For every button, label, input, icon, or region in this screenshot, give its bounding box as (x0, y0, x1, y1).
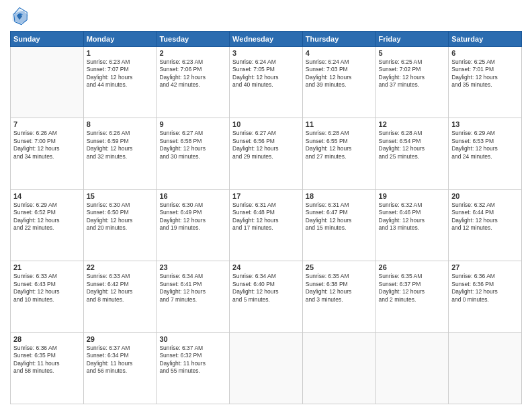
day-number: 9 (159, 120, 226, 128)
day-info: Sunrise: 6:25 AM Sunset: 7:02 PM Dayligh… (379, 58, 446, 89)
calendar-day-cell: 17Sunrise: 6:31 AM Sunset: 6:48 PM Dayli… (230, 189, 303, 261)
calendar-day-cell (449, 332, 522, 404)
calendar-day-cell: 9Sunrise: 6:27 AM Sunset: 6:58 PM Daylig… (157, 118, 230, 189)
day-number: 2 (159, 49, 226, 57)
day-number: 7 (13, 120, 81, 128)
calendar-day-cell: 14Sunrise: 6:29 AM Sunset: 6:52 PM Dayli… (11, 189, 84, 261)
calendar-day-cell: 1Sunrise: 6:23 AM Sunset: 7:07 PM Daylig… (83, 47, 157, 118)
calendar-day-cell: 16Sunrise: 6:30 AM Sunset: 6:49 PM Dayli… (157, 189, 230, 261)
calendar-day-cell: 13Sunrise: 6:29 AM Sunset: 6:53 PM Dayli… (449, 118, 522, 189)
day-number: 25 (306, 263, 373, 271)
day-info: Sunrise: 6:31 AM Sunset: 6:48 PM Dayligh… (232, 201, 300, 232)
day-number: 4 (306, 49, 373, 57)
calendar-day-cell: 30Sunrise: 6:37 AM Sunset: 6:32 PM Dayli… (157, 332, 230, 404)
logo (10, 7, 32, 26)
calendar-day-cell: 6Sunrise: 6:25 AM Sunset: 7:01 PM Daylig… (449, 47, 522, 118)
calendar-day-cell: 20Sunrise: 6:32 AM Sunset: 6:44 PM Dayli… (449, 189, 522, 261)
day-info: Sunrise: 6:36 AM Sunset: 6:36 PM Dayligh… (451, 273, 519, 304)
calendar-day-cell: 25Sunrise: 6:35 AM Sunset: 6:38 PM Dayli… (302, 261, 375, 332)
day-info: Sunrise: 6:31 AM Sunset: 6:47 PM Dayligh… (306, 201, 373, 232)
header (10, 7, 522, 26)
day-info: Sunrise: 6:30 AM Sunset: 6:49 PM Dayligh… (159, 201, 226, 232)
calendar-day-cell: 21Sunrise: 6:33 AM Sunset: 6:43 PM Dayli… (11, 261, 84, 332)
day-number: 15 (87, 192, 154, 200)
day-info: Sunrise: 6:32 AM Sunset: 6:46 PM Dayligh… (379, 201, 446, 232)
calendar-week-row: 1Sunrise: 6:23 AM Sunset: 7:07 PM Daylig… (11, 47, 522, 118)
day-number: 3 (232, 49, 300, 57)
calendar-day-cell: 28Sunrise: 6:36 AM Sunset: 6:35 PM Dayli… (11, 332, 84, 404)
weekday-header: Monday (83, 32, 157, 47)
day-info: Sunrise: 6:27 AM Sunset: 6:58 PM Dayligh… (159, 130, 226, 161)
day-number: 21 (13, 263, 81, 271)
weekday-header: Sunday (11, 32, 84, 47)
day-number: 27 (451, 263, 519, 271)
calendar-day-cell: 11Sunrise: 6:28 AM Sunset: 6:55 PM Dayli… (302, 118, 375, 189)
calendar-day-cell: 12Sunrise: 6:28 AM Sunset: 6:54 PM Dayli… (375, 118, 449, 189)
day-number: 11 (306, 120, 373, 128)
calendar-day-cell: 26Sunrise: 6:35 AM Sunset: 6:37 PM Dayli… (375, 261, 449, 332)
calendar-day-cell: 15Sunrise: 6:30 AM Sunset: 6:50 PM Dayli… (83, 189, 157, 261)
day-info: Sunrise: 6:24 AM Sunset: 7:03 PM Dayligh… (306, 58, 373, 89)
calendar-day-cell (375, 332, 449, 404)
calendar-day-cell: 23Sunrise: 6:34 AM Sunset: 6:41 PM Dayli… (157, 261, 230, 332)
day-info: Sunrise: 6:23 AM Sunset: 7:06 PM Dayligh… (159, 58, 226, 89)
day-number: 14 (13, 192, 81, 200)
calendar-day-cell (230, 332, 303, 404)
day-number: 26 (379, 263, 446, 271)
day-number: 19 (379, 192, 446, 200)
day-number: 18 (306, 192, 373, 200)
weekday-header: Friday (375, 32, 449, 47)
calendar-day-cell: 10Sunrise: 6:27 AM Sunset: 6:56 PM Dayli… (230, 118, 303, 189)
day-info: Sunrise: 6:35 AM Sunset: 6:37 PM Dayligh… (379, 273, 446, 304)
day-info: Sunrise: 6:26 AM Sunset: 6:59 PM Dayligh… (87, 130, 154, 161)
day-info: Sunrise: 6:33 AM Sunset: 6:42 PM Dayligh… (87, 273, 154, 304)
calendar-day-cell: 4Sunrise: 6:24 AM Sunset: 7:03 PM Daylig… (302, 47, 375, 118)
calendar-day-cell: 2Sunrise: 6:23 AM Sunset: 7:06 PM Daylig… (157, 47, 230, 118)
day-number: 12 (379, 120, 446, 128)
day-info: Sunrise: 6:23 AM Sunset: 7:07 PM Dayligh… (87, 58, 154, 89)
weekday-header: Wednesday (230, 32, 303, 47)
page: SundayMondayTuesdayWednesdayThursdayFrid… (0, 0, 532, 411)
calendar-day-cell (302, 332, 375, 404)
calendar-day-cell: 8Sunrise: 6:26 AM Sunset: 6:59 PM Daylig… (83, 118, 157, 189)
day-info: Sunrise: 6:25 AM Sunset: 7:01 PM Dayligh… (451, 58, 519, 89)
weekday-header-row: SundayMondayTuesdayWednesdayThursdayFrid… (11, 32, 522, 47)
day-info: Sunrise: 6:28 AM Sunset: 6:54 PM Dayligh… (379, 130, 446, 161)
calendar-day-cell: 3Sunrise: 6:24 AM Sunset: 7:05 PM Daylig… (230, 47, 303, 118)
day-number: 1 (87, 49, 154, 57)
day-number: 23 (159, 263, 226, 271)
day-info: Sunrise: 6:30 AM Sunset: 6:50 PM Dayligh… (87, 201, 154, 232)
logo-icon (10, 7, 29, 26)
day-info: Sunrise: 6:32 AM Sunset: 6:44 PM Dayligh… (451, 201, 519, 232)
day-info: Sunrise: 6:26 AM Sunset: 7:00 PM Dayligh… (13, 130, 81, 161)
calendar-day-cell: 27Sunrise: 6:36 AM Sunset: 6:36 PM Dayli… (449, 261, 522, 332)
day-number: 22 (87, 263, 154, 271)
day-info: Sunrise: 6:37 AM Sunset: 6:32 PM Dayligh… (159, 345, 226, 375)
day-number: 5 (379, 49, 446, 57)
weekday-header: Tuesday (157, 32, 230, 47)
calendar-table: SundayMondayTuesdayWednesdayThursdayFrid… (10, 31, 522, 404)
day-number: 16 (159, 192, 226, 200)
weekday-header: Thursday (302, 32, 375, 47)
day-number: 13 (451, 120, 519, 128)
calendar-week-row: 21Sunrise: 6:33 AM Sunset: 6:43 PM Dayli… (11, 261, 522, 332)
calendar-day-cell: 7Sunrise: 6:26 AM Sunset: 7:00 PM Daylig… (11, 118, 84, 189)
day-number: 29 (87, 335, 154, 343)
calendar-day-cell (11, 47, 84, 118)
day-number: 17 (232, 192, 300, 200)
day-info: Sunrise: 6:24 AM Sunset: 7:05 PM Dayligh… (232, 58, 300, 89)
calendar-week-row: 28Sunrise: 6:36 AM Sunset: 6:35 PM Dayli… (11, 332, 522, 404)
calendar-week-row: 7Sunrise: 6:26 AM Sunset: 7:00 PM Daylig… (11, 118, 522, 189)
calendar-week-row: 14Sunrise: 6:29 AM Sunset: 6:52 PM Dayli… (11, 189, 522, 261)
day-info: Sunrise: 6:27 AM Sunset: 6:56 PM Dayligh… (232, 130, 300, 161)
calendar-day-cell: 29Sunrise: 6:37 AM Sunset: 6:34 PM Dayli… (83, 332, 157, 404)
calendar-day-cell: 24Sunrise: 6:34 AM Sunset: 6:40 PM Dayli… (230, 261, 303, 332)
calendar-day-cell: 22Sunrise: 6:33 AM Sunset: 6:42 PM Dayli… (83, 261, 157, 332)
calendar-day-cell: 5Sunrise: 6:25 AM Sunset: 7:02 PM Daylig… (375, 47, 449, 118)
day-info: Sunrise: 6:34 AM Sunset: 6:41 PM Dayligh… (159, 273, 226, 304)
calendar-day-cell: 18Sunrise: 6:31 AM Sunset: 6:47 PM Dayli… (302, 189, 375, 261)
calendar-day-cell: 19Sunrise: 6:32 AM Sunset: 6:46 PM Dayli… (375, 189, 449, 261)
weekday-header: Saturday (449, 32, 522, 47)
day-number: 20 (451, 192, 519, 200)
day-info: Sunrise: 6:37 AM Sunset: 6:34 PM Dayligh… (87, 345, 154, 375)
